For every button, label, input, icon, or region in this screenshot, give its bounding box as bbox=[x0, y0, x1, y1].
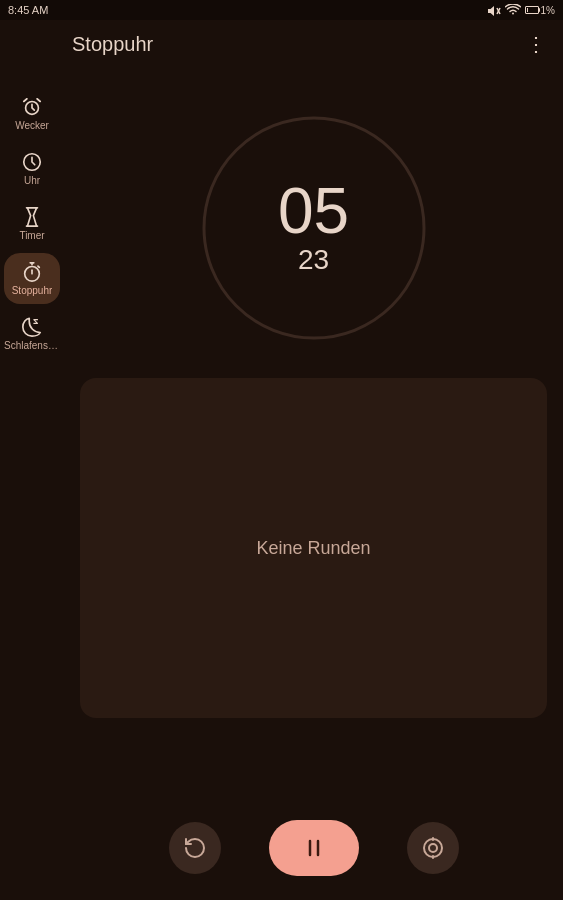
page-title: Stoppuhr bbox=[72, 33, 153, 56]
lap-icon bbox=[421, 836, 445, 860]
status-left: 8:45 AM bbox=[8, 4, 48, 16]
sidebar-item-wecker-label: Wecker bbox=[15, 120, 49, 131]
battery-icon bbox=[525, 6, 539, 14]
main-layout: Wecker Uhr Timer Stoppuhr bbox=[0, 68, 563, 900]
reset-icon bbox=[183, 836, 207, 860]
svg-point-9 bbox=[429, 844, 437, 852]
battery-indicator: 1% bbox=[525, 5, 555, 16]
sleep-icon bbox=[21, 316, 43, 338]
content-area: 05 23 Keine Runden bbox=[64, 68, 563, 900]
sidebar-item-timer-label: Timer bbox=[19, 230, 44, 241]
sidebar-item-schlafenszeit-label: Schlafensz... bbox=[4, 340, 60, 351]
mute-icon bbox=[487, 5, 501, 17]
battery-percent: 1% bbox=[541, 5, 555, 16]
rounds-empty-label: Keine Runden bbox=[256, 538, 370, 559]
top-bar: Stoppuhr ⋮ bbox=[0, 20, 563, 68]
sidebar-item-wecker[interactable]: Wecker bbox=[4, 88, 60, 139]
stopwatch-icon bbox=[21, 261, 43, 283]
wifi-icon bbox=[505, 4, 521, 16]
hourglass-icon bbox=[21, 206, 43, 228]
rounds-box: Keine Runden bbox=[80, 378, 547, 718]
timer-minutes: 05 bbox=[278, 179, 349, 243]
sidebar: Wecker Uhr Timer Stoppuhr bbox=[0, 68, 64, 900]
reset-button[interactable] bbox=[169, 822, 221, 874]
sidebar-item-uhr-label: Uhr bbox=[24, 175, 40, 186]
sidebar-item-timer[interactable]: Timer bbox=[4, 198, 60, 249]
timer-seconds: 23 bbox=[298, 243, 329, 277]
more-options-button[interactable]: ⋮ bbox=[526, 32, 547, 56]
status-right: 1% bbox=[487, 4, 555, 17]
pause-button[interactable] bbox=[269, 820, 359, 876]
status-bar: 8:45 AM 1% bbox=[0, 0, 563, 20]
clock-icon bbox=[21, 151, 43, 173]
bottom-controls bbox=[64, 820, 563, 876]
status-time: 8:45 AM bbox=[8, 4, 48, 16]
alarm-icon bbox=[21, 96, 43, 118]
svg-point-8 bbox=[424, 839, 442, 857]
pause-icon bbox=[302, 836, 326, 860]
sidebar-item-uhr[interactable]: Uhr bbox=[4, 143, 60, 194]
sidebar-item-stoppuhr-label: Stoppuhr bbox=[12, 285, 53, 296]
sidebar-item-stoppuhr[interactable]: Stoppuhr bbox=[4, 253, 60, 304]
timer-display: 05 23 bbox=[278, 179, 349, 277]
sidebar-item-schlafenszeit[interactable]: Schlafensz... bbox=[4, 308, 60, 359]
timer-circle: 05 23 bbox=[194, 108, 434, 348]
lap-button[interactable] bbox=[407, 822, 459, 874]
